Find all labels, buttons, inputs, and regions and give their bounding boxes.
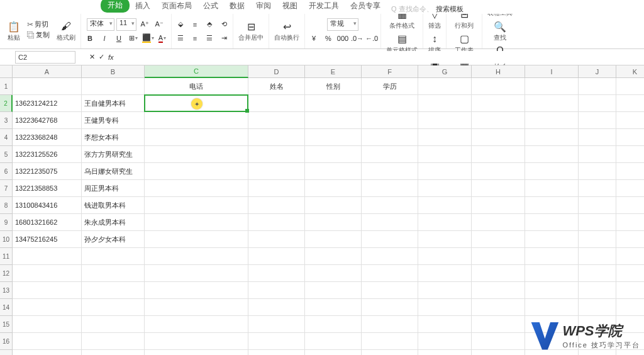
cell-A17[interactable] <box>13 350 82 355</box>
cell-E11[interactable] <box>305 248 362 265</box>
tab-review[interactable]: 审阅 <box>250 0 277 14</box>
cell-H5[interactable] <box>472 146 525 163</box>
cell-D9[interactable] <box>248 214 305 231</box>
currency-button[interactable]: ¥ <box>308 32 320 45</box>
increase-decimal-button[interactable]: .0→ <box>351 32 364 45</box>
cell-J1[interactable] <box>579 78 616 95</box>
row-header-12[interactable]: 12 <box>0 265 13 282</box>
cell-F2[interactable] <box>362 95 418 112</box>
cell-D7[interactable] <box>248 180 305 197</box>
align-left-button[interactable]: ☰ <box>174 32 187 45</box>
cell-G14[interactable] <box>418 299 472 316</box>
cell-G17[interactable] <box>418 350 472 355</box>
align-top-button[interactable]: ⬙ <box>174 18 187 31</box>
cell-D16[interactable] <box>248 333 305 350</box>
cell-D10[interactable] <box>248 231 305 248</box>
cell-D4[interactable] <box>248 129 305 146</box>
cell-F15[interactable] <box>362 316 418 333</box>
cell-J11[interactable] <box>579 248 616 265</box>
cell-J7[interactable] <box>579 180 616 197</box>
cell-D12[interactable] <box>248 265 305 282</box>
cell-J4[interactable] <box>579 129 616 146</box>
cells-area[interactable]: 电话姓名性别学历13623124212王自健男本科13223642768王健男专… <box>13 78 644 355</box>
cell-G16[interactable] <box>418 333 472 350</box>
cell-B7[interactable]: 周正男本科 <box>82 180 145 197</box>
cell-E9[interactable] <box>305 214 362 231</box>
cell-G9[interactable] <box>418 214 472 231</box>
accept-formula-icon[interactable]: ✓ <box>99 53 104 61</box>
cell-E7[interactable] <box>305 180 362 197</box>
cell-A4[interactable]: 13223368248 <box>13 129 82 146</box>
cell-E12[interactable] <box>305 265 362 282</box>
decrease-font-button[interactable]: A⁻ <box>153 18 165 31</box>
cell-K12[interactable] <box>616 265 644 282</box>
cell-I17[interactable] <box>525 350 579 355</box>
row-header-16[interactable]: 16 <box>0 333 13 350</box>
cell-K3[interactable] <box>616 112 644 129</box>
cell-J9[interactable] <box>579 214 616 231</box>
font-color-button[interactable]: A▾ <box>156 32 169 45</box>
command-search[interactable]: Q 查找命令、 搜索模板 <box>391 4 464 14</box>
cell-A12[interactable] <box>13 265 82 282</box>
cell-G7[interactable] <box>418 180 472 197</box>
cell-F1[interactable]: 学历 <box>362 78 418 95</box>
cell-H11[interactable] <box>472 248 525 265</box>
cell-F4[interactable] <box>362 129 418 146</box>
cell-F6[interactable] <box>362 163 418 180</box>
cell-G5[interactable] <box>418 146 472 163</box>
cell-I13[interactable] <box>525 282 579 299</box>
fill-color-button[interactable]: ⬛▾ <box>142 32 154 45</box>
cell-A14[interactable] <box>13 299 82 316</box>
cell-C1[interactable]: 电话 <box>145 78 248 95</box>
italic-button[interactable]: I <box>98 32 111 45</box>
cell-B8[interactable]: 钱进取男本科 <box>82 197 145 214</box>
name-box[interactable]: C2 <box>15 51 75 64</box>
cell-I12[interactable] <box>525 265 579 282</box>
indent-button[interactable]: ⇥ <box>218 32 230 45</box>
cell-H3[interactable] <box>472 112 525 129</box>
cell-E1[interactable]: 性别 <box>305 78 362 95</box>
cell-F17[interactable] <box>362 350 418 355</box>
cell-E14[interactable] <box>305 299 362 316</box>
fx-icon[interactable]: fx <box>108 54 114 61</box>
cell-C17[interactable] <box>145 350 248 355</box>
cell-I3[interactable] <box>525 112 579 129</box>
tab-page-layout[interactable]: 页面布局 <box>156 0 197 14</box>
cell-H2[interactable] <box>472 95 525 112</box>
cell-I14[interactable] <box>525 299 579 316</box>
cell-E4[interactable] <box>305 129 362 146</box>
cell-J6[interactable] <box>579 163 616 180</box>
cell-C7[interactable] <box>145 180 248 197</box>
cell-F13[interactable] <box>362 282 418 299</box>
cell-H13[interactable] <box>472 282 525 299</box>
cell-J3[interactable] <box>579 112 616 129</box>
border-button[interactable]: ⊞▾ <box>127 32 140 45</box>
col-header-D[interactable]: D <box>248 65 305 78</box>
cell-B12[interactable] <box>82 265 145 282</box>
format-painter-button[interactable]: 🖌 格式刷 <box>54 19 78 43</box>
align-right-button[interactable]: ☰ <box>203 32 216 45</box>
row-header-2[interactable]: 2 <box>0 95 13 112</box>
cell-D13[interactable] <box>248 282 305 299</box>
cell-K13[interactable] <box>616 282 644 299</box>
cell-I5[interactable] <box>525 146 579 163</box>
cell-I9[interactable] <box>525 214 579 231</box>
formula-input[interactable] <box>114 51 644 64</box>
cell-E8[interactable] <box>305 197 362 214</box>
cell-J17[interactable] <box>579 350 616 355</box>
cell-D15[interactable] <box>248 316 305 333</box>
cell-D17[interactable] <box>248 350 305 355</box>
cell-E13[interactable] <box>305 282 362 299</box>
cell-B16[interactable] <box>82 333 145 350</box>
row-header-15[interactable]: 15 <box>0 316 13 333</box>
cell-K7[interactable] <box>616 180 644 197</box>
cell-A10[interactable]: 13475216245 <box>13 231 82 248</box>
cell-B14[interactable] <box>82 299 145 316</box>
cell-G12[interactable] <box>418 265 472 282</box>
cell-E16[interactable] <box>305 333 362 350</box>
cell-E5[interactable] <box>305 146 362 163</box>
cell-H7[interactable] <box>472 180 525 197</box>
cell-I2[interactable] <box>525 95 579 112</box>
cell-K4[interactable] <box>616 129 644 146</box>
cell-C11[interactable] <box>145 248 248 265</box>
